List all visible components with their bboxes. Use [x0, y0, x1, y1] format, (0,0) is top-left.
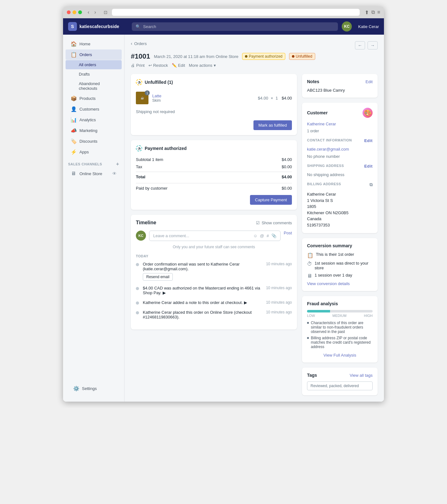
conversion-item: 🖥 1 session over 1 day — [307, 273, 373, 279]
conversion-text: This is their 1st order — [316, 252, 354, 257]
timeline-content: Katherine Cerar placed this order on Onl… — [143, 310, 292, 319]
order-sidebar: Notes Edit ABC123 Blue Camry Customer — [302, 74, 378, 395]
browser-actions: ⬆ ⧉ ≡ — [365, 9, 380, 15]
maximize-dot[interactable] — [78, 10, 82, 14]
tab-overview-button[interactable]: ⊡ — [102, 9, 109, 15]
hashtag-icon[interactable]: # — [267, 233, 269, 238]
sidebar-item-all-orders[interactable]: All orders — [66, 60, 122, 69]
contact-edit-link[interactable]: Edit — [364, 138, 373, 143]
new-tab-button[interactable]: ⧉ — [371, 9, 375, 15]
timeline-time: 10 minutes ago — [266, 262, 292, 271]
fraud-item: Billing address ZIP or postal code match… — [307, 336, 373, 349]
tags-card: Tags View all tags — [302, 368, 378, 395]
tags-input[interactable] — [307, 381, 373, 390]
sidebar-item-online-store[interactable]: 🖥 Online Store 👁 — [66, 169, 122, 179]
emoji-icon[interactable]: ☺ — [253, 233, 257, 238]
home-icon: 🏠 — [71, 41, 76, 47]
next-order-button[interactable]: → — [368, 41, 378, 49]
sidebar-item-label: Customers — [79, 107, 99, 112]
product-name[interactable]: Latte — [152, 94, 254, 98]
timeline-text: Katherine Cerar added a note to this ord… — [143, 300, 247, 305]
mention-icon[interactable]: @ — [260, 233, 264, 238]
more-actions-button[interactable]: More actions ▾ — [189, 63, 216, 68]
sidebar-item-settings[interactable]: ⚙️ Settings — [68, 383, 119, 394]
post-button[interactable]: Post — [284, 231, 292, 235]
customer-phone: No phone number — [307, 154, 373, 159]
edit-button[interactable]: ✏️ Edit — [172, 63, 185, 68]
share-button[interactable]: ⬆ — [365, 9, 369, 15]
back-button[interactable]: ‹ — [86, 9, 91, 16]
restock-icon: ↩ — [148, 63, 152, 68]
customer-name-link[interactable]: Katherine Cerar — [307, 122, 373, 126]
timeline-event-row: Katherine Cerar added a note to this ord… — [143, 300, 292, 305]
subtotal-label: Subtotal 1 item — [136, 157, 163, 162]
close-dot[interactable] — [67, 10, 71, 14]
url-bar[interactable]: katiescafecurbside.myshopify.com — [112, 9, 360, 16]
online-store-icon: 🖥 — [71, 171, 76, 176]
comment-privacy-note: Only you and your future staff can see c… — [136, 245, 292, 249]
product-image: ☕ 1 — [136, 92, 148, 104]
sidebar-footer: ⚙️ Settings — [63, 379, 124, 398]
sidebar-item-label: Analytics — [79, 117, 96, 122]
fulfillment-badge-label: Unfulfilled — [296, 54, 312, 59]
view-all-tags-link[interactable]: View all tags — [350, 373, 373, 378]
tags-title: Tags — [307, 373, 317, 378]
sidebar-item-discounts[interactable]: 🏷️ Discounts — [66, 136, 122, 146]
add-sales-channel-button[interactable]: + — [116, 161, 119, 167]
fulfillment-badge-dot — [292, 55, 294, 58]
sidebar-item-analytics[interactable]: 📊 Analytics — [66, 115, 122, 125]
content-inner: ‹ Orders ← → #1001 March 21, 2020 at 11:… — [131, 41, 378, 395]
print-icon: 🖨 — [131, 63, 135, 68]
sidebar-item-label: Orders — [79, 52, 92, 57]
search-bar[interactable]: 🔍 Search — [132, 22, 338, 31]
sidebar-item-abandoned[interactable]: Abandoned checkouts — [66, 79, 122, 93]
sidebar-item-marketing[interactable]: 📣 Marketing — [66, 125, 122, 136]
restock-button[interactable]: ↩ Restock — [148, 63, 168, 68]
order-columns: ◔ Unfulfilled (1) ☕ 1 — [131, 74, 378, 395]
forward-button[interactable]: › — [92, 9, 98, 16]
total-label: Total — [136, 175, 145, 179]
browser-menu-button[interactable]: ≡ — [377, 9, 380, 15]
sidebar-item-apps[interactable]: ⚡ Apps — [66, 147, 122, 157]
unfulfilled-icon: ◔ — [136, 79, 142, 85]
sales-channels-title: SALES CHANNELS + — [63, 158, 124, 168]
sidebar-item-home[interactable]: 🏠 Home — [66, 39, 122, 49]
sidebar-item-customers[interactable]: 👤 Customers — [66, 104, 122, 114]
breadcrumb: ‹ Orders — [131, 41, 147, 46]
online-store-visibility-icon[interactable]: 👁 — [112, 171, 117, 176]
capture-payment-button[interactable]: Capture Payment — [250, 195, 292, 205]
product-total: $4.00 — [282, 96, 292, 100]
sidebar-item-products[interactable]: 📦 Products — [66, 93, 122, 104]
minimize-dot[interactable] — [73, 10, 76, 14]
orders-icon: 📋 — [71, 52, 76, 58]
shipping-edit-link[interactable]: Edit — [364, 164, 373, 169]
prev-order-button[interactable]: ← — [355, 41, 365, 49]
print-button[interactable]: 🖨 Print — [131, 63, 145, 68]
view-full-analysis-link[interactable]: View Full Analysis — [323, 353, 356, 358]
conversion-item: 📋 This is their 1st order — [307, 252, 373, 258]
view-conversion-link[interactable]: View conversion details — [307, 281, 350, 286]
sidebar-item-drafts[interactable]: Drafts — [66, 70, 122, 79]
timeline-time: 10 minutes ago — [266, 300, 292, 305]
notes-edit-link[interactable]: Edit — [366, 79, 373, 84]
comment-field[interactable]: Leave a comment... ☺ @ # 📎 — [149, 231, 281, 241]
customer-email-link[interactable]: katie.cerar@gmail.com — [307, 147, 373, 152]
billing-copy-button[interactable]: ⧉ — [369, 182, 373, 187]
fraud-bar — [307, 310, 373, 312]
comment-avatar: KC — [136, 231, 146, 241]
sidebar-item-label: Abandoned checkouts — [79, 81, 117, 91]
avatar: KC — [342, 21, 352, 32]
attach-icon[interactable]: 📎 — [271, 233, 276, 238]
fraud-title: Fraud analysis — [307, 301, 373, 306]
breadcrumb-orders-link[interactable]: Orders — [134, 41, 147, 46]
billing-address: Katherine Cerar 1 Victoria St S 1805 Kit… — [307, 191, 373, 228]
timeline-content: Katherine Cerar added a note to this ord… — [143, 300, 292, 305]
resend-email-button[interactable]: Resend email — [143, 273, 173, 281]
checkbox-icon: ☑ — [256, 220, 260, 225]
sidebar-item-orders[interactable]: 📋 Orders — [66, 49, 122, 60]
show-comments-toggle[interactable]: ☑ Show comments — [256, 220, 292, 225]
mark-fulfilled-button[interactable]: Mark as fulfilled — [253, 120, 292, 130]
timeline-text: $4.00 CAD was authorized on the Masterca… — [143, 286, 262, 295]
billing-section-title: BILLING ADDRESS ⧉ — [307, 182, 373, 187]
customer-info: Katherine Cerar 1 order CONTACT INFORMAT… — [307, 122, 373, 228]
